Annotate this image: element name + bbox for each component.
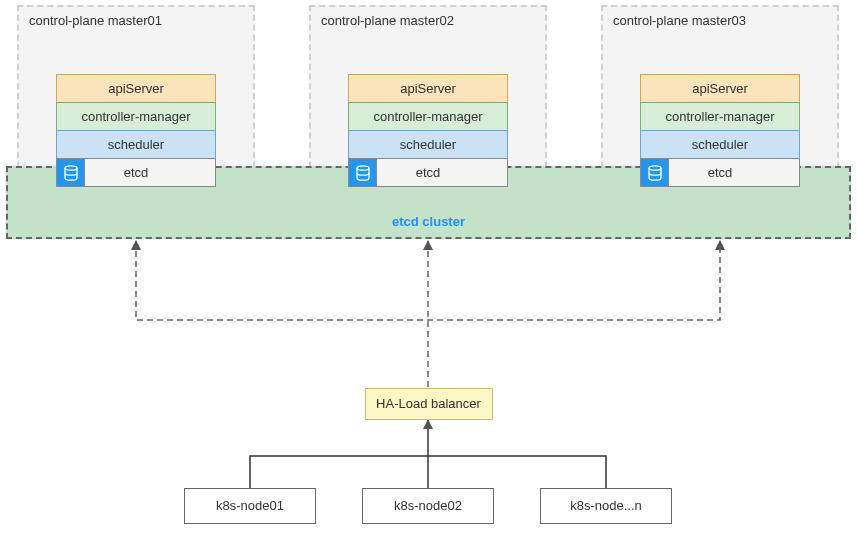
- apiserver-box: apiServer: [640, 74, 800, 103]
- etcd-label: etcd: [708, 165, 733, 180]
- control-plane-title: control-plane master01: [19, 13, 253, 28]
- etcd-box: etcd: [640, 158, 800, 187]
- component-stack-master03: apiServer controller-manager scheduler e…: [640, 75, 800, 187]
- controller-manager-box: controller-manager: [56, 102, 216, 131]
- worker-node-n: k8s-node...n: [540, 488, 672, 524]
- controller-manager-box: controller-manager: [640, 102, 800, 131]
- component-stack-master02: apiServer controller-manager scheduler e…: [348, 75, 508, 187]
- scheduler-box: scheduler: [348, 130, 508, 159]
- database-icon: [641, 159, 669, 186]
- k8s-ha-diagram: etcd cluster control-plane master01 cont…: [0, 0, 857, 554]
- load-balancer-box: HA-Load balancer: [365, 388, 493, 420]
- scheduler-box: scheduler: [56, 130, 216, 159]
- worker-node-2: k8s-node02: [362, 488, 494, 524]
- etcd-label: etcd: [124, 165, 149, 180]
- svg-point-0: [65, 165, 77, 169]
- etcd-box: etcd: [56, 158, 216, 187]
- component-stack-master01: apiServer controller-manager scheduler e…: [56, 75, 216, 187]
- svg-point-1: [357, 165, 369, 169]
- etcd-box: etcd: [348, 158, 508, 187]
- controller-manager-box: controller-manager: [348, 102, 508, 131]
- etcd-cluster-label: etcd cluster: [392, 214, 465, 229]
- scheduler-box: scheduler: [640, 130, 800, 159]
- control-plane-title: control-plane master02: [311, 13, 545, 28]
- database-icon: [349, 159, 377, 186]
- apiserver-box: apiServer: [56, 74, 216, 103]
- worker-node-1: k8s-node01: [184, 488, 316, 524]
- etcd-label: etcd: [416, 165, 441, 180]
- control-plane-title: control-plane master03: [603, 13, 837, 28]
- database-icon: [57, 159, 85, 186]
- svg-point-2: [649, 165, 661, 169]
- apiserver-box: apiServer: [348, 74, 508, 103]
